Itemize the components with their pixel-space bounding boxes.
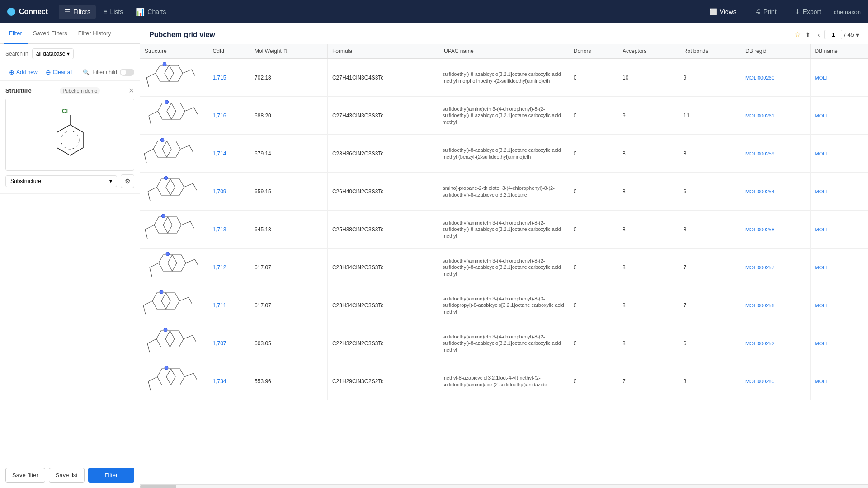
svg-line-7 [146,73,156,78]
svg-line-50 [143,305,146,314]
donors-cell: 0 [569,173,618,211]
search-in-select[interactable]: all database ▾ [32,48,74,59]
molecule-svg [142,136,201,169]
filter-type-row: Substructure ▾ ⚙ [5,174,134,188]
scrollbar-thumb[interactable] [140,485,176,488]
svg-line-38 [190,221,194,228]
nav-filters[interactable]: ☰ Filters [59,5,96,19]
formula-cell: C27H43ClN3O3S3Tc [327,97,438,135]
svg-line-58 [184,335,193,339]
db-name-cell: MOLI [810,249,868,286]
views-icon: ⬜ [709,8,717,15]
brand-name: Connect [19,8,48,16]
main-layout: Filter Saved Filters Filter History Sear… [0,23,868,488]
table-row: 1,715702.18C27H41ClN3O4S3Tcsulfidoethyl)… [140,58,868,97]
db-name-cell: MOLI [810,286,868,324]
export-label: Export [803,8,821,15]
print-button[interactable]: 🖨 Print [749,5,782,18]
svg-line-49 [143,301,152,305]
page-size-dropdown[interactable]: ▾ [856,31,859,38]
table-row: 1,707603.05C22H32ClN2O3S3Tcsulfidoethyl)… [140,324,868,362]
structure-cell[interactable] [140,135,208,173]
donors-cell: 0 [569,211,618,249]
gear-settings-button[interactable]: ⚙ [121,174,134,188]
donors-cell: 0 [569,135,618,173]
svg-line-31 [193,183,197,190]
svg-line-30 [184,183,193,187]
molecule-canvas[interactable]: Cl [5,99,134,171]
left-panel: Filter Saved Filters Filter History Sear… [0,23,140,488]
nav-lists[interactable]: ≡ Lists [98,5,128,19]
views-button[interactable]: ⬜ Views [704,5,742,18]
svg-line-43 [150,267,152,277]
add-new-button[interactable]: ⊕ Add new [5,67,41,78]
print-label: Print [764,8,777,15]
structure-cell[interactable] [140,286,208,324]
col-molweight[interactable]: Mol Weight ⇅ [250,44,328,58]
molecule-svg [142,364,201,397]
structure-cell[interactable] [140,211,208,249]
formula-cell: C23H34ClN2O3S3Tc [327,286,438,324]
iupac-cell: sulfidoethyl)amino)eth 3-(4-chlorophenyl… [438,211,569,249]
col-iupac: IUPAC name [438,44,569,58]
svg-line-21 [144,149,153,154]
rot-bonds-cell: 8 [679,211,741,249]
mol-weight-cell: 702.18 [250,58,328,97]
rot-bonds-cell: 7 [679,286,741,324]
filter-bottom-actions: Save filter Save list Filter [0,462,140,488]
filter-child-icon: 🔍 [83,69,90,75]
tab-filter-history[interactable]: Filter History [73,23,117,44]
structure-cell[interactable] [140,58,208,97]
search-in-value: all database [36,51,66,57]
filter-button[interactable]: Filter [88,468,134,483]
plus-icon: ⊕ [9,69,14,76]
mol-weight-cell: 688.20 [250,97,328,135]
molecule-svg [142,99,201,131]
save-list-button[interactable]: Save list [49,468,85,483]
db-regid-cell: MOLI000280 [741,362,810,400]
svg-line-57 [147,343,150,352]
structure-cell[interactable] [140,97,208,135]
page-number-input[interactable] [824,30,842,39]
pagination-controls: ☆ ⬆ ‹ / 45 ▾ [794,30,859,39]
filter-toolbar: Search in all database ▾ [0,44,140,64]
svg-point-55 [164,328,167,332]
acceptors-cell: 8 [618,211,679,249]
filter-type-select[interactable]: Substructure ▾ [5,175,117,187]
svg-line-52 [189,297,192,304]
acceptors-cell: 10 [618,58,679,97]
add-new-label: Add new [16,69,38,75]
brand-logo[interactable]: Connect [7,8,48,16]
tab-filter[interactable]: Filter [4,23,28,44]
horizontal-scrollbar[interactable] [140,484,868,488]
data-table-wrapper[interactable]: Structure CdId Mol Weight ⇅ Formula IUPA… [140,44,868,484]
structure-cell[interactable] [140,249,208,286]
svg-line-24 [189,145,193,152]
structure-cell[interactable] [140,173,208,211]
nav-charts[interactable]: 📊 Charts [130,5,171,19]
clear-all-button[interactable]: ⊖ Clear all [42,67,76,78]
rot-bonds-cell: 3 [679,362,741,400]
mol-weight-cell: 617.07 [250,249,328,286]
formula-cell: C23H34ClN2O3S3Tc [327,249,438,286]
db-name-cell: MOLI [810,173,868,211]
formula-cell: C28H36ClN2O3S3Tc [327,135,438,173]
save-filter-button[interactable]: Save filter [5,468,45,483]
svg-point-41 [166,252,170,256]
star-button[interactable]: ☆ [794,30,801,39]
collapse-button[interactable]: ⬆ [802,30,813,39]
cdid-cell: 1,734 [208,362,250,400]
svg-line-17 [194,108,198,114]
mol-weight-filter-icon[interactable]: ⇅ [283,48,288,54]
export-button[interactable]: ⬇ Export [789,5,826,18]
chevron-filter-icon: ▾ [109,178,112,184]
structure-cell[interactable] [140,362,208,400]
db-regid-cell: MOLI000261 [741,97,810,135]
prev-page-button[interactable]: ‹ [815,30,823,39]
filter-child-switch[interactable] [120,69,134,76]
close-structure-filter-button[interactable]: ✕ [128,86,134,95]
tab-saved-filters[interactable]: Saved Filters [28,23,73,44]
charts-icon: 📊 [136,8,145,16]
structure-cell[interactable] [140,324,208,362]
structure-filter-badge: Pubchem demo [60,87,100,94]
